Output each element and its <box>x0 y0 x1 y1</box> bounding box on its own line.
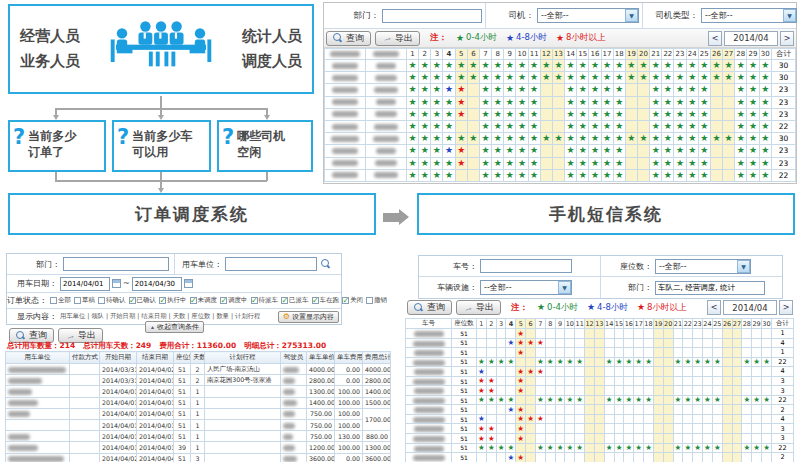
grid-data-row: 51★★★★★★★★★★★★★★★★★★★★★★22 <box>406 357 794 367</box>
star-icon: ★ <box>508 454 515 462</box>
query-button[interactable]: 查询 <box>407 300 452 315</box>
star-icon: ★ <box>700 98 708 107</box>
plate-input[interactable] <box>480 259 572 273</box>
star-icon: ★ <box>567 85 575 94</box>
checkbox-unchecked[interactable] <box>98 297 105 304</box>
dept-input[interactable] <box>382 9 482 23</box>
day-cell: ★ <box>407 169 419 181</box>
star-icon: ★ <box>615 122 623 131</box>
day-cell <box>624 405 634 415</box>
seats-select[interactable]: --全部--▼ <box>655 259 751 274</box>
collapse-filters-button[interactable]: ▲收起查询条件 <box>145 321 204 333</box>
seats-cell: 51 <box>174 397 191 408</box>
star-icon: ★ <box>433 85 441 94</box>
checkbox-checked[interactable] <box>159 297 166 304</box>
day-cell: ★ <box>710 133 722 145</box>
dept-input[interactable] <box>655 281 765 295</box>
day-cell <box>693 434 703 444</box>
star-icon: ★ <box>749 146 757 155</box>
checkbox-unchecked[interactable] <box>50 297 57 304</box>
dept-input[interactable] <box>63 257 169 271</box>
day-cell: ★ <box>589 84 601 96</box>
search-icon[interactable] <box>321 259 331 269</box>
star-icon: ★ <box>457 73 465 82</box>
checkbox-checked[interactable] <box>129 297 136 304</box>
export-button[interactable]: →导出 <box>375 31 420 46</box>
blurred-text <box>413 341 445 347</box>
star-icon: ★ <box>761 134 769 143</box>
prev-month-button[interactable]: < <box>708 31 722 46</box>
day-cell <box>565 414 575 424</box>
checkbox-unchecked[interactable] <box>74 297 81 304</box>
prev-month-button[interactable]: < <box>707 300 721 315</box>
seats-cell: 51 <box>452 338 477 348</box>
day-cell <box>722 443 732 453</box>
checkbox-unchecked[interactable] <box>366 297 373 304</box>
query-button[interactable]: 查询 <box>326 31 371 46</box>
dept-label: 部门： <box>10 259 60 270</box>
day-cell: ★ <box>496 443 506 453</box>
date-from-input[interactable]: 2014/04/01 <box>60 277 110 291</box>
day-cell <box>673 386 683 396</box>
total-cell: 22 <box>772 169 796 181</box>
day-header-cell: 22 <box>683 319 693 329</box>
month-pager: < 2014/04 > <box>708 31 794 46</box>
next-month-button[interactable]: > <box>780 31 794 46</box>
star-icon: ★ <box>409 110 417 119</box>
display-settings-button[interactable]: ⚙设置显示内容 <box>278 311 339 323</box>
day-cell <box>565 405 575 415</box>
star-icon: ★ <box>576 444 583 452</box>
star-icon: ★ <box>547 396 554 404</box>
day-cell <box>594 386 604 396</box>
star-icon: ★ <box>603 146 611 155</box>
day-cell <box>693 414 703 424</box>
day-cell: ★ <box>614 395 624 405</box>
day-cell: ★ <box>506 405 516 415</box>
star-icon: ★ <box>625 358 632 366</box>
driver-cell <box>366 108 407 120</box>
route-cell <box>205 442 281 453</box>
checkbox-checked[interactable] <box>220 297 227 304</box>
facility-select[interactable]: --全部--▼ <box>480 280 572 295</box>
star-icon: ★ <box>576 396 583 404</box>
checkbox-checked[interactable] <box>281 297 288 304</box>
days-cell: 1 <box>191 386 205 397</box>
checkbox-checked[interactable] <box>312 297 319 304</box>
export-button[interactable]: →导出 <box>456 300 501 315</box>
status-label: 撤销 <box>374 296 387 305</box>
day-cell <box>526 443 536 453</box>
unit-input[interactable] <box>225 257 317 271</box>
day-cell <box>644 424 654 434</box>
star-icon: ★ <box>676 110 684 119</box>
pay-method-cell <box>70 364 100 375</box>
day-cell <box>585 348 595 358</box>
day-cell: ★ <box>528 169 540 181</box>
calendar-icon[interactable] <box>112 279 121 288</box>
star-icon: ★ <box>753 358 760 366</box>
day-cell: ★ <box>674 169 686 181</box>
star-icon: ★ <box>694 396 701 404</box>
status-checkbox-item: 车在跑 <box>312 296 340 305</box>
day-cell: ★ <box>693 443 703 453</box>
calendar-icon[interactable] <box>184 279 193 288</box>
driver-select[interactable]: --全部--▼ <box>537 8 639 23</box>
route-cell: 人民广场-南京汤山 <box>205 364 281 375</box>
day-cell <box>663 357 673 367</box>
date-to-input[interactable]: 2014/04/30 <box>132 277 182 291</box>
day-cell: ★ <box>613 84 625 96</box>
driver-type-select[interactable]: --全部--▼ <box>701 8 797 23</box>
checkbox-checked[interactable] <box>251 297 258 304</box>
day-cell: ★ <box>759 60 771 72</box>
route-cell <box>205 397 281 408</box>
star-icon: ★ <box>554 134 562 143</box>
day-cell: ★ <box>614 443 624 453</box>
star-icon: ★ <box>433 159 441 168</box>
checkbox-checked[interactable] <box>190 297 197 304</box>
question-box-orders: ? 当前多少订单了 <box>8 120 106 172</box>
blurred-text <box>8 456 64 462</box>
next-month-button[interactable]: > <box>779 300 793 315</box>
day-cell: ★ <box>683 395 693 405</box>
day-cell: ★ <box>431 157 443 169</box>
checkbox-checked[interactable] <box>342 297 349 304</box>
seats-cell: 51 <box>174 453 191 462</box>
